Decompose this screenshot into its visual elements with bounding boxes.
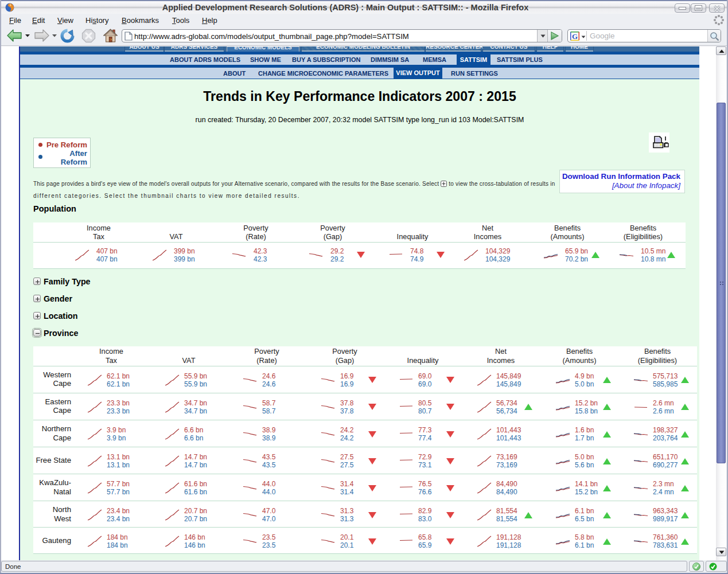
- svg-text:G: G: [572, 32, 578, 41]
